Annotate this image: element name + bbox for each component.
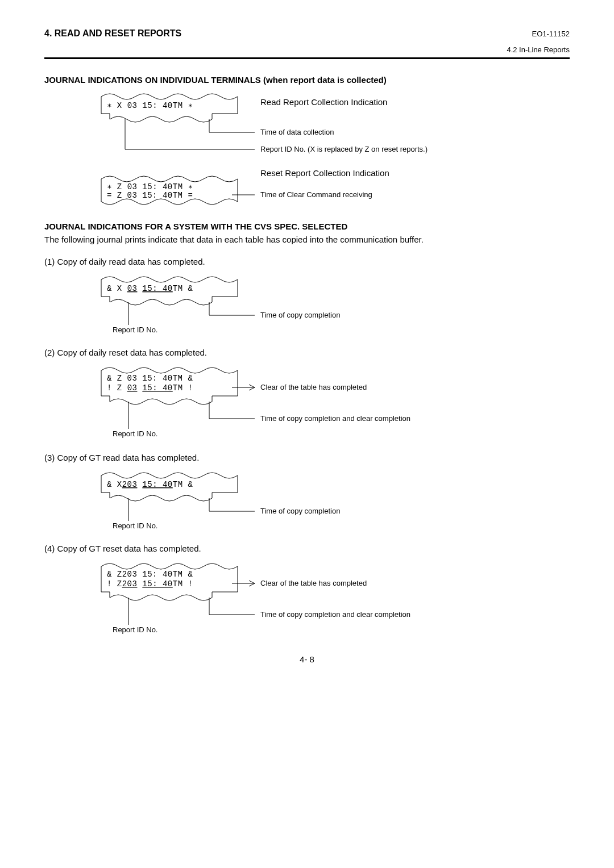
i1-ann-time: Time of copy completion (260, 311, 340, 319)
i4-ann-rep: Report ID No. (113, 625, 157, 634)
i2-ann-rep: Report ID No. (113, 429, 157, 438)
header-title: 4. READ AND RESET REPORTS (44, 28, 181, 39)
i1-time: 15: 40 (142, 284, 172, 293)
i1-left: & X (107, 284, 122, 293)
ann-read-title: Read Report Collection Indication (260, 97, 387, 107)
i2-r2-id: 03 (127, 383, 138, 393)
ann-time-data: Time of data collection (260, 128, 334, 136)
i3-left: & X (107, 480, 122, 489)
i2-ann-time: Time of copy completion and clear comple… (260, 414, 410, 423)
i2-r2-tm: TM ! (173, 383, 193, 393)
svg-line-19 (249, 385, 255, 387)
i4-r2-id: 203 (122, 579, 138, 589)
i1-ann-rep: Report ID No. (113, 326, 157, 334)
section2-intro: The following journal prints indicate th… (44, 235, 570, 244)
page-header: 4. READ AND RESET REPORTS EO1-11152 (44, 28, 570, 39)
diagram-item3-svg: & X203 15: 40TM & Time of copy completio… (96, 467, 448, 532)
i2-ann-clear: Clear of the table has completed (260, 383, 367, 391)
doc-code: EO1-11152 (532, 30, 570, 38)
diagram-item3: & X203 15: 40TM & Time of copy completio… (96, 467, 570, 532)
i3-id: 203 (122, 480, 138, 489)
svg-line-20 (249, 387, 255, 390)
diagram-1: ∗ X 03 15: 40TM ∗ Read Report Collection… (96, 88, 570, 210)
i4-ann-time: Time of copy completion and clear comple… (260, 610, 410, 619)
diagram-item1-svg: & X 03 15: 40TM & Time of copy completio… (96, 271, 448, 336)
svg-text:!    Z  03                    : ! Z 03 15: 40TM ! (107, 383, 193, 393)
item2-text: (2) Copy of daily reset data has complet… (44, 348, 570, 357)
section2-heading: JOURNAL INDICATIONS FOR A SYSTEM WITH TH… (44, 222, 570, 231)
diagram-1-svg: ∗ X 03 15: 40TM ∗ Read Report Collection… (96, 88, 505, 210)
receipt1-line: ∗ X 03 15: 40TM ∗ (107, 101, 193, 110)
receipt2-line2: = Z 03 15: 40TM = (107, 191, 193, 200)
svg-text:&   X203                      : & X203 15: 40TM & (107, 480, 193, 489)
ann-reset-title: Reset Report Collection Indication (260, 168, 389, 178)
item1-text: (1) Copy of daily read data has complete… (44, 257, 570, 266)
i2-r1: & Z 03 15: 40TM & (107, 374, 193, 383)
i2-r2-time: 15: 40 (142, 383, 172, 393)
item3-text: (3) Copy of GT read data has completed. (44, 453, 570, 462)
diagram-item1: & X 03 15: 40TM & Time of copy completio… (96, 271, 570, 336)
i4-r2-time: 15: 40 (142, 579, 172, 589)
i4-ann-clear: Clear of the table has completed (260, 579, 367, 587)
diagram-item4-svg: & Z203 15: 40TM & ! Z203 15: 40TM ! Clea… (96, 558, 448, 637)
i3-ann-rep: Report ID No. (113, 521, 157, 530)
i1-tm: TM & (173, 284, 193, 293)
diagram-item2-svg: & Z 03 15: 40TM & ! Z 03 15: 40TM ! Clea… (96, 362, 448, 441)
diagram-item4: & Z203 15: 40TM & ! Z203 15: 40TM ! Clea… (96, 558, 570, 637)
i2-r2-left: ! Z (107, 383, 122, 393)
item4-text: (4) Copy of GT reset data has completed. (44, 544, 570, 553)
svg-text:!    Z203                     : ! Z203 15: 40TM ! (107, 579, 193, 589)
i3-time: 15: 40 (142, 480, 172, 489)
svg-line-35 (249, 583, 255, 586)
ann-report-id: Report ID No. (X is replaced by Z on res… (260, 145, 428, 153)
svg-line-34 (249, 581, 255, 583)
ann-time-clear: Time of Clear Command receiving (260, 190, 372, 199)
section1-heading: JOURNAL INDICATIONS ON INDIVIDUAL TERMIN… (44, 75, 570, 85)
sub-header: 4.2 In-Line Reports (44, 45, 570, 54)
i4-r1: & Z203 15: 40TM & (107, 570, 193, 579)
i1-id: 03 (127, 284, 138, 293)
i4-r2-tm: TM ! (173, 579, 193, 589)
receipt2-line1: ∗ Z 03 15: 40TM ∗ (107, 182, 193, 191)
i3-ann-time: Time of copy completion (260, 507, 340, 515)
diagram-item2: & Z 03 15: 40TM & ! Z 03 15: 40TM ! Clea… (96, 362, 570, 441)
i4-r2-left: ! Z (107, 579, 122, 589)
i3-tm: TM & (173, 480, 193, 489)
svg-text:&   X  03                     : & X 03 15: 40TM & (107, 284, 193, 293)
page-number: 4- 8 (44, 654, 570, 664)
header-rule (44, 57, 570, 59)
